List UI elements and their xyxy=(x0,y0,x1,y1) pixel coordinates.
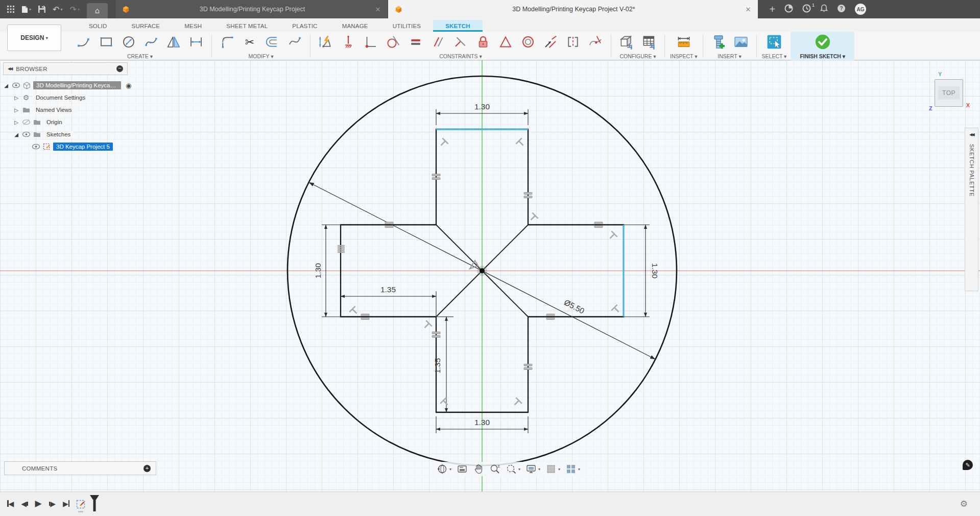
app-grid-icon[interactable] xyxy=(7,6,14,13)
tool-configure-box[interactable] xyxy=(616,32,637,52)
account-avatar[interactable]: AG xyxy=(855,4,866,15)
go-to-start-button[interactable]: ◀ xyxy=(7,500,14,508)
tab-solid[interactable]: SOLID xyxy=(77,20,119,32)
workspace-selector[interactable]: DESIGN ▾ xyxy=(7,25,61,51)
expand-palette-icon[interactable]: ◀◀ xyxy=(969,132,973,137)
close-tab-icon[interactable]: ✕ xyxy=(745,6,751,13)
constraint-concentric[interactable] xyxy=(518,32,538,52)
tab-manage[interactable]: MANAGE xyxy=(330,20,380,32)
tool-dimension[interactable] xyxy=(186,32,206,52)
display-settings-tool[interactable]: ▾ xyxy=(525,463,540,475)
tree-item-label[interactable]: Origin xyxy=(43,118,65,126)
timeline-sketch-feature[interactable] xyxy=(76,499,86,512)
pan-tool[interactable] xyxy=(473,463,484,475)
tool-offset[interactable] xyxy=(262,32,282,52)
constraint-curvature[interactable] xyxy=(585,32,606,52)
active-sketch-label[interactable]: 3D Keycap Project 5 xyxy=(53,143,113,151)
grid-snaps-tool[interactable]: ▾ xyxy=(545,463,560,475)
look-at-tool[interactable] xyxy=(457,463,468,475)
step-back-button[interactable]: ◀ xyxy=(21,500,28,508)
undo-icon[interactable]: ↶▾ xyxy=(53,5,62,14)
tab-utilities[interactable]: UTILITIES xyxy=(380,20,433,32)
play-button[interactable]: ▶ xyxy=(35,498,42,509)
tab-sketch-active[interactable]: SKETCH xyxy=(433,20,482,32)
constraint-fix[interactable] xyxy=(473,32,493,52)
fit-tool[interactable]: ▾ xyxy=(506,463,520,475)
tree-row-document-settings[interactable]: ▷ ⚙ Document Settings xyxy=(3,91,156,104)
expand-arrow-icon[interactable]: ▷ xyxy=(13,120,19,125)
notifications-bell-icon[interactable] xyxy=(820,4,828,15)
constraint-tangent[interactable] xyxy=(383,32,403,52)
tool-insert-canvas[interactable] xyxy=(731,32,751,52)
tool-measure[interactable] xyxy=(674,32,694,52)
viewcube-top-face[interactable]: TOP xyxy=(938,86,960,100)
tree-row-origin[interactable]: ▷ Origin xyxy=(3,116,156,128)
constraint-horizontal-vertical[interactable] xyxy=(338,32,358,52)
extensions-icon[interactable] xyxy=(784,4,793,15)
visibility-off-eye-icon[interactable] xyxy=(22,118,30,126)
constraint-coincident[interactable] xyxy=(361,32,381,52)
tree-item-label[interactable]: Named Views xyxy=(33,106,75,114)
tool-select[interactable] xyxy=(764,32,784,52)
job-status-icon[interactable]: 1 xyxy=(802,4,811,15)
root-component-label[interactable]: 3D Modelling/Printing Keycap ... xyxy=(33,81,121,89)
tab-plastic[interactable]: PLASTIC xyxy=(280,20,329,32)
activate-component-radio[interactable]: ◉ xyxy=(126,82,131,89)
zoom-tool[interactable]: ± xyxy=(489,463,500,475)
tab-mesh[interactable]: MESH xyxy=(172,20,214,32)
constraint-symmetry[interactable] xyxy=(563,32,583,52)
tree-row-root[interactable]: ◢ 3D Modelling/Printing Keycap ... ◉ xyxy=(3,79,156,91)
constraint-perpendicular[interactable] xyxy=(450,32,471,52)
expand-arrow-icon[interactable]: ◢ xyxy=(3,83,9,88)
comments-bar[interactable]: COMMENTS + xyxy=(4,461,156,475)
tool-insert-mcmaster[interactable] xyxy=(708,32,729,52)
viewcube[interactable]: TOP Y X Z xyxy=(935,79,963,107)
constraint-midpoint[interactable] xyxy=(540,32,561,52)
expand-arrow-icon[interactable]: ▷ xyxy=(13,95,19,101)
constraint-equal[interactable] xyxy=(405,32,426,52)
sketch-palette-collapsed[interactable]: ◀◀ SKETCH PALETTE xyxy=(965,128,978,291)
document-tab-2-active[interactable]: 3D Modelling/Printing Keycap Project V-0… xyxy=(388,0,758,18)
tool-rectangle[interactable] xyxy=(96,32,116,52)
viewports-tool[interactable]: ▾ xyxy=(565,463,580,475)
save-icon[interactable] xyxy=(38,6,45,13)
visibility-eye-icon[interactable] xyxy=(12,81,20,89)
tool-trim[interactable]: ✂ xyxy=(240,32,260,52)
expand-arrow-icon[interactable]: ▷ xyxy=(13,107,19,113)
document-tab-1[interactable]: 3D Modelling/Printing Keycap Project ✕ xyxy=(115,0,388,18)
tree-row-named-views[interactable]: ▷ Named Views xyxy=(3,104,156,116)
tool-edit-curve[interactable] xyxy=(284,32,305,52)
tool-mirror[interactable] xyxy=(163,32,184,52)
comment-bubble-icon[interactable]: ✎ xyxy=(963,460,973,470)
expand-arrow-icon[interactable]: ◢ xyxy=(13,132,19,137)
tool-sketch-dimension[interactable] xyxy=(316,32,336,52)
tree-row-active-sketch[interactable]: 3D Keycap Project 5 xyxy=(3,140,156,153)
constraint-parallel[interactable] xyxy=(428,32,448,52)
file-menu-icon[interactable]: ▾ xyxy=(21,6,31,13)
tab-sheet-metal[interactable]: SHEET METAL xyxy=(214,20,280,32)
tool-spline[interactable] xyxy=(141,32,161,52)
step-forward-button[interactable]: ▶ xyxy=(49,500,56,508)
new-tab-icon[interactable]: + xyxy=(769,4,775,15)
collapse-all-icon[interactable]: − xyxy=(116,65,123,72)
tree-item-label[interactable]: Sketches xyxy=(43,130,74,138)
tree-item-label[interactable]: Document Settings xyxy=(33,93,88,102)
tool-line[interactable] xyxy=(74,32,94,52)
redo-icon[interactable]: ↷▾ xyxy=(69,5,79,14)
go-to-end-button[interactable]: ▶ xyxy=(63,500,69,508)
origin-point[interactable] xyxy=(480,268,485,273)
timeline-position-marker[interactable] xyxy=(89,495,100,513)
help-icon[interactable]: ? xyxy=(837,4,846,15)
settings-gear-icon[interactable]: ⚙ xyxy=(960,499,968,509)
orbit-tool[interactable]: ▾ xyxy=(437,463,451,475)
tool-circle[interactable] xyxy=(118,32,139,52)
home-view-tab[interactable]: ⌂ xyxy=(87,3,108,18)
tab-surface[interactable]: SURFACE xyxy=(119,20,173,32)
add-comment-icon[interactable]: + xyxy=(144,465,151,472)
tool-configure-table[interactable] xyxy=(639,32,659,52)
visibility-eye-icon[interactable] xyxy=(22,130,30,138)
model-canvas[interactable]: Ø5.50 1.30 1.30 1.35 1.35 xyxy=(0,60,980,491)
constraint-polygon[interactable] xyxy=(495,32,516,52)
close-tab-icon[interactable]: ✕ xyxy=(375,6,380,13)
tree-row-sketches[interactable]: ◢ Sketches xyxy=(3,128,156,140)
